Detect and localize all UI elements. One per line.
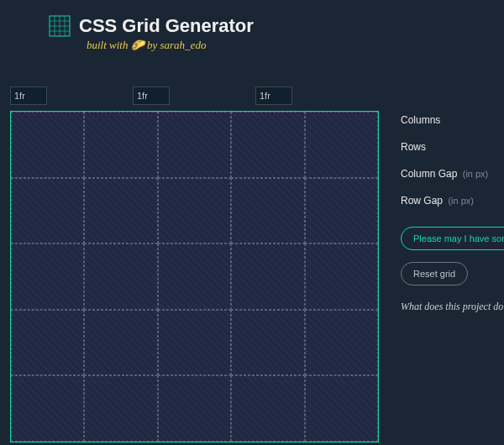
row-gap-label-wrap: Row Gap (in px) [401,195,474,207]
grid-inner [11,112,378,442]
grid-cell[interactable] [158,243,231,310]
grid-cell[interactable] [84,375,157,442]
column-gap-row: Column Gap (in px) [401,165,504,183]
grid-cell[interactable] [305,375,378,442]
grid-cell[interactable] [305,112,378,178]
get-code-button[interactable]: Please may I have some code [401,227,504,250]
grid-cell[interactable] [305,310,378,376]
grid-cell[interactable] [84,112,157,178]
grid-cell[interactable] [231,310,304,376]
grid-cell[interactable] [11,310,84,376]
grid-cell[interactable] [84,310,157,376]
row-gap-label: Row Gap [401,195,443,207]
row-gap-hint: (in px) [448,196,474,206]
grid-cell[interactable] [11,243,84,310]
column-track-input-1[interactable] [10,86,47,105]
grid-cell[interactable] [231,178,304,244]
rows-row: Rows [401,138,504,156]
grid-cell[interactable] [305,243,378,310]
column-gap-hint: (in px) [463,169,489,179]
grid-cell[interactable] [158,310,231,376]
grid-cell[interactable] [11,375,84,442]
columns-label: Columns [401,114,440,126]
column-gap-label-wrap: Column Gap (in px) [401,168,488,180]
grid-cell[interactable] [231,243,304,310]
row-gap-row: Row Gap (in px) [401,191,504,210]
grid-cell[interactable] [158,112,231,178]
taco-icon: 🌮 [131,39,144,51]
grid-cell[interactable] [158,178,231,244]
column-gap-label: Column Gap [401,168,457,180]
grid-cell[interactable] [305,178,378,244]
subtitle-prefix: built with [87,39,131,51]
grid-cell[interactable] [231,112,304,178]
subtitle: built with 🌮 by sarah_edo [0,39,504,52]
grid-cell[interactable] [84,243,157,310]
rows-label: Rows [401,141,426,153]
grid-logo-icon [49,15,71,37]
column-track-labels [10,86,292,105]
columns-row: Columns [401,111,504,129]
page-title: CSS Grid Generator [79,15,254,37]
help-link[interactable]: What does this project do? [401,301,504,313]
controls-panel: Columns Rows Column Gap (in px) Row Gap … [401,111,504,313]
grid-cell[interactable] [158,375,231,442]
reset-grid-button[interactable]: Reset grid [401,262,468,285]
grid-canvas[interactable] [10,111,379,442]
header: CSS Grid Generator [0,0,504,40]
grid-cell[interactable] [11,112,84,178]
subtitle-suffix: by sarah_edo [144,39,207,51]
grid-cell[interactable] [84,178,157,244]
grid-cell[interactable] [11,178,84,244]
column-track-input-3[interactable] [255,86,292,105]
column-track-input-2[interactable] [133,86,170,105]
grid-cell[interactable] [231,375,304,442]
